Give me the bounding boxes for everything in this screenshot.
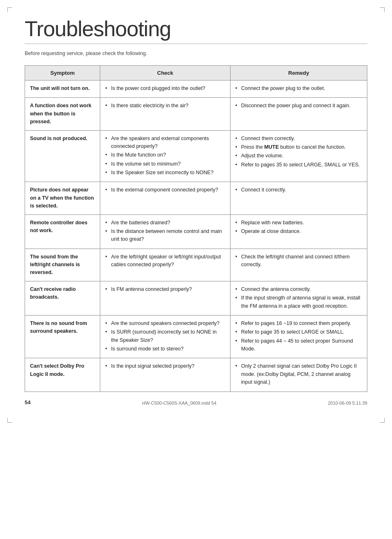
check-item: Is the input signal selected properly? — [105, 362, 225, 370]
table-row: Picture does not appear on a TV when the… — [25, 182, 367, 214]
check-item: Is the volume set to minimum? — [105, 160, 225, 168]
footer-left: HW-C500-C560S-XAA_0609.indd 54 — [142, 401, 217, 405]
check-item: Is the power cord plugged into the outle… — [105, 85, 225, 92]
remedy-item: Connect them correctly. — [235, 135, 362, 143]
remedy-cell: Check the left/right channel and connect… — [230, 249, 367, 281]
check-item: Is the distance between remote control a… — [105, 228, 225, 244]
table-row: The unit will not turn on.Is the power c… — [25, 81, 367, 98]
table-row: The sound from the left/right channels i… — [25, 249, 367, 281]
symptom-cell: The unit will not turn on. — [25, 81, 100, 98]
remedy-item: Check the left/right channel and connect… — [235, 253, 362, 269]
check-item: Are the speakers and external components… — [105, 135, 225, 151]
symptom-cell: A function does not work when the button… — [25, 98, 100, 130]
remedy-item: Connect the antenna correctly. — [235, 286, 362, 293]
remedy-cell: Disconnect the power plug and connect it… — [230, 98, 367, 130]
check-item: Is the Speaker Size set incorrectly to N… — [105, 169, 225, 177]
check-cell: Are the left/right speaker or left/right… — [100, 249, 231, 281]
remedy-item: Adjust the volume. — [235, 152, 362, 160]
remedy-item: Connect it correctly. — [235, 186, 362, 194]
symptom-cell: Can't receive radio broadcasts. — [25, 281, 100, 315]
check-cell: Is the power cord plugged into the outle… — [100, 81, 231, 98]
corner-mark-tr — [380, 7, 385, 12]
remedy-item: Press the MUTE button to cancel the func… — [235, 143, 362, 151]
check-cell: Is the external component connected prop… — [100, 182, 231, 214]
check-item: Is the Mute function on? — [105, 151, 225, 159]
footer-right: 2010-06-09 5:11:39 — [328, 401, 367, 405]
check-item: Is there static electricity in the air? — [105, 102, 225, 110]
col-header-symptom: Symptom — [25, 66, 100, 81]
check-cell: Is FM antenna connected properly? — [100, 281, 231, 315]
remedy-cell: Replace with new batteries.Operate at cl… — [230, 214, 367, 249]
remedy-item: Refer to pages 16 ~19 to connect them pr… — [235, 320, 362, 327]
check-item: Is FM antenna connected properly? — [105, 286, 225, 293]
troubleshooting-table: Symptom Check Remedy The unit will not t… — [25, 65, 367, 392]
col-header-check: Check — [100, 66, 231, 81]
remedy-item: Replace with new batteries. — [235, 219, 362, 227]
check-cell: Are the speakers and external components… — [100, 130, 231, 182]
check-item: Are the left/right speaker or left/right… — [105, 253, 225, 269]
corner-mark-bl — [7, 418, 12, 423]
check-cell: Are the surround speakers connected prop… — [100, 315, 231, 358]
remedy-cell: Connect it correctly. — [230, 182, 367, 214]
remedy-item: Connect the power plug to the outlet. — [235, 85, 362, 92]
check-cell: Are the batteries drained?Is the distanc… — [100, 214, 231, 249]
remedy-cell: Connect the antenna correctly.If the inp… — [230, 281, 367, 315]
remedy-item: Disconnect the power plug and connect it… — [235, 102, 362, 110]
table-header-row: Symptom Check Remedy — [25, 66, 367, 81]
remedy-item: Refer to pages 35 to select LARGE, SMALL… — [235, 161, 362, 169]
check-cell: Is the input signal selected properly? — [100, 358, 231, 392]
page-subtitle: Before requesting service, please check … — [25, 51, 367, 56]
page-number: 54 — [25, 399, 30, 405]
table-row: Remote controller does not work.Are the … — [25, 214, 367, 249]
page-title: Troubleshooting — [25, 16, 367, 44]
remedy-cell: Refer to pages 16 ~19 to connect them pr… — [230, 315, 367, 358]
remedy-cell: Connect them correctly.Press the MUTE bu… — [230, 130, 367, 182]
table-row: A function does not work when the button… — [25, 98, 367, 130]
check-item: Is the external component connected prop… — [105, 186, 225, 194]
remedy-item: Only 2 channel signal can select Dolby P… — [235, 362, 362, 386]
symptom-cell: Picture does not appear on a TV when the… — [25, 182, 100, 214]
table-row: Can't receive radio broadcasts.Is FM ant… — [25, 281, 367, 315]
col-header-remedy: Remedy — [230, 66, 367, 81]
symptom-cell: Sound is not produced. — [25, 130, 100, 182]
symptom-cell: Can't select Dolby Pro Logic II mode. — [25, 358, 100, 392]
remedy-item: Operate at close distance. — [235, 228, 362, 235]
remedy-item: If the input strength of antenna signal … — [235, 294, 362, 310]
check-item: Are the surround speakers connected prop… — [105, 320, 225, 327]
remedy-cell: Only 2 channel signal can select Dolby P… — [230, 358, 367, 392]
table-row: Can't select Dolby Pro Logic II mode.Is … — [25, 358, 367, 392]
check-item: Is SURR (surround) incorrectly set to NO… — [105, 328, 225, 344]
symptom-cell: The sound from the left/right channels i… — [25, 249, 100, 281]
page: Troubleshooting Before requesting servic… — [0, 0, 392, 430]
table-row: Sound is not produced.Are the speakers a… — [25, 130, 367, 182]
remedy-item: Refer to pages 44 ~ 45 to select proper … — [235, 337, 362, 353]
corner-mark-br — [380, 418, 385, 423]
remedy-item: Refer to page 35 to select LARGE or SMAL… — [235, 328, 362, 336]
page-footer: 54 HW-C500-C560S-XAA_0609.indd 54 2010-0… — [25, 399, 367, 405]
symptom-cell: Remote controller does not work. — [25, 214, 100, 249]
check-cell: Is there static electricity in the air? — [100, 98, 231, 130]
check-item: Is surround mode set to stereo? — [105, 345, 225, 353]
check-item: Are the batteries drained? — [105, 219, 225, 227]
table-row: There is no sound from surround speakers… — [25, 315, 367, 358]
symptom-cell: There is no sound from surround speakers… — [25, 315, 100, 358]
corner-mark-tl — [7, 7, 12, 12]
remedy-cell: Connect the power plug to the outlet. — [230, 81, 367, 98]
